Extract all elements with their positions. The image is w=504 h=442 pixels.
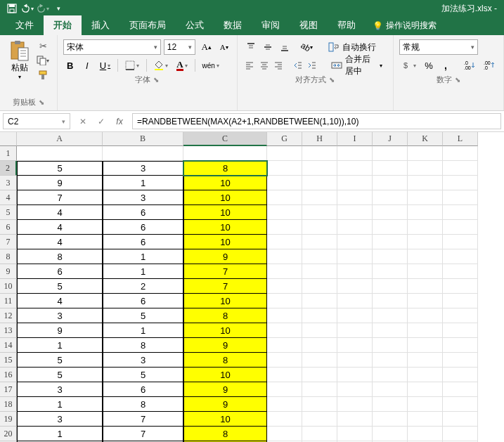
cell-K11[interactable]	[408, 294, 443, 308]
percent-button[interactable]: %	[422, 58, 436, 73]
cell-B1[interactable]	[103, 146, 183, 161]
cell-H7[interactable]	[302, 235, 337, 249]
cancel-button[interactable]: ✕	[75, 114, 91, 129]
cell-H4[interactable]	[302, 190, 337, 205]
cell-H8[interactable]	[302, 249, 337, 264]
row-header-11[interactable]: 11	[0, 294, 17, 308]
cell-L1[interactable]	[443, 146, 478, 161]
cell-B5[interactable]: 6	[103, 205, 183, 220]
column-header-C[interactable]: C	[183, 132, 267, 146]
cell-L13[interactable]	[443, 323, 478, 338]
increase-decimal-button[interactable]: .0.00	[461, 58, 478, 73]
cell-I4[interactable]	[337, 190, 373, 205]
tab-help[interactable]: 帮助	[328, 15, 366, 35]
cell-L8[interactable]	[443, 249, 478, 264]
cell-J12[interactable]	[373, 308, 408, 323]
row-header-2[interactable]: 2	[0, 161, 17, 176]
cell-L14[interactable]	[443, 338, 478, 353]
number-format-combo[interactable]: 常规 ▾	[399, 39, 478, 55]
fill-color-button[interactable]: ▾	[151, 58, 171, 73]
row-header-12[interactable]: 12	[0, 308, 17, 323]
cell-A14[interactable]: 1	[17, 338, 103, 353]
cell-I18[interactable]	[337, 397, 373, 412]
cell-J9[interactable]	[373, 264, 408, 279]
cell-G1[interactable]	[267, 146, 302, 161]
cell-J7[interactable]	[373, 235, 408, 249]
cell-K3[interactable]	[408, 176, 443, 190]
row-header-5[interactable]: 5	[0, 205, 17, 220]
row-header-3[interactable]: 3	[0, 176, 17, 190]
spreadsheet-grid[interactable]: ABCGHIJKL 123456789101112131415161718192…	[0, 132, 504, 442]
cell-I20[interactable]	[337, 427, 373, 441]
cell-H10[interactable]	[302, 279, 337, 294]
row-header-17[interactable]: 17	[0, 382, 17, 397]
cell-I13[interactable]	[337, 323, 373, 338]
cell-A8[interactable]: 8	[17, 249, 103, 264]
cell-L12[interactable]	[443, 308, 478, 323]
font-launcher-icon[interactable]: ⬊	[153, 76, 159, 84]
cell-H16[interactable]	[302, 368, 337, 382]
row-header-7[interactable]: 7	[0, 235, 17, 249]
cell-B7[interactable]: 6	[103, 235, 183, 249]
cell-J18[interactable]	[373, 397, 408, 412]
alignment-launcher-icon[interactable]: ⬊	[329, 76, 335, 84]
row-header-6[interactable]: 6	[0, 220, 17, 235]
name-box[interactable]: C2 ▾	[3, 113, 70, 129]
tell-me[interactable]: 💡 操作说明搜索	[366, 16, 444, 35]
cell-C16[interactable]: 10	[183, 368, 267, 382]
phonetic-guide-button[interactable]: wén▾	[200, 58, 222, 73]
cell-G4[interactable]	[267, 190, 302, 205]
cell-K16[interactable]	[408, 368, 443, 382]
tab-data[interactable]: 数据	[214, 15, 252, 35]
cell-K7[interactable]	[408, 235, 443, 249]
align-top-button[interactable]	[243, 39, 259, 55]
accounting-button[interactable]: $▾	[399, 58, 419, 73]
cell-H12[interactable]	[302, 308, 337, 323]
cell-J16[interactable]	[373, 368, 408, 382]
cell-G18[interactable]	[267, 397, 302, 412]
tab-view[interactable]: 视图	[290, 15, 328, 35]
cell-K18[interactable]	[408, 397, 443, 412]
cell-L18[interactable]	[443, 397, 478, 412]
row-header-4[interactable]: 4	[0, 190, 17, 205]
cell-C9[interactable]: 7	[183, 264, 267, 279]
cell-C2[interactable]: 8	[183, 161, 267, 176]
cell-A6[interactable]: 4	[17, 220, 103, 235]
cell-A16[interactable]: 5	[17, 368, 103, 382]
row-header-15[interactable]: 15	[0, 353, 17, 368]
cell-I14[interactable]	[337, 338, 373, 353]
row-header-18[interactable]: 18	[0, 397, 17, 412]
cell-J13[interactable]	[373, 323, 408, 338]
cell-I19[interactable]	[337, 412, 373, 427]
row-header-10[interactable]: 10	[0, 279, 17, 294]
cell-G6[interactable]	[267, 220, 302, 235]
cell-H6[interactable]	[302, 220, 337, 235]
cell-J10[interactable]	[373, 279, 408, 294]
align-left-button[interactable]	[243, 58, 257, 73]
paste-button[interactable]: 粘贴 ▾	[6, 38, 34, 82]
cell-G20[interactable]	[267, 427, 302, 441]
cell-I1[interactable]	[337, 146, 373, 161]
cell-H14[interactable]	[302, 338, 337, 353]
cell-K6[interactable]	[408, 220, 443, 235]
cell-B6[interactable]: 6	[103, 220, 183, 235]
cell-C13[interactable]: 10	[183, 323, 267, 338]
increase-indent-button[interactable]	[306, 58, 319, 73]
cell-B8[interactable]: 1	[103, 249, 183, 264]
cell-K17[interactable]	[408, 382, 443, 397]
cell-I2[interactable]	[337, 161, 373, 176]
cell-H2[interactable]	[302, 161, 337, 176]
qat-customize-icon[interactable]: ▾	[52, 2, 65, 15]
formula-input[interactable]: =RANDBETWEEN(MAX(A2+1,RANDBETWEEN(1,10))…	[132, 113, 501, 129]
cell-C18[interactable]: 9	[183, 397, 267, 412]
row-header-19[interactable]: 19	[0, 412, 17, 427]
cell-G8[interactable]	[267, 249, 302, 264]
cell-B20[interactable]: 7	[103, 427, 183, 441]
row-header-14[interactable]: 14	[0, 338, 17, 353]
align-right-button[interactable]	[272, 58, 285, 73]
column-header-I[interactable]: I	[337, 132, 373, 146]
cell-I16[interactable]	[337, 368, 373, 382]
cell-I9[interactable]	[337, 264, 373, 279]
align-middle-button[interactable]	[260, 39, 276, 55]
cell-G13[interactable]	[267, 323, 302, 338]
